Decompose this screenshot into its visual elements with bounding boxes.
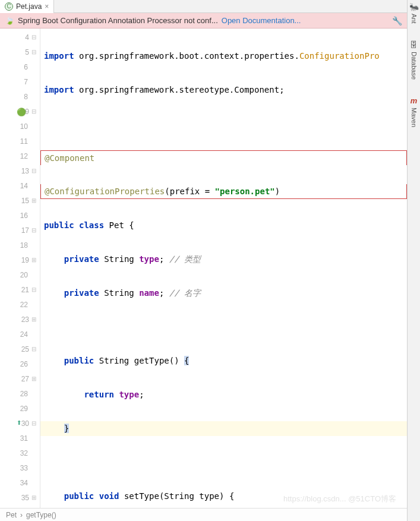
line-number: 4 [15, 33, 29, 42]
code-line[interactable]: private String name; // 名字 [40, 286, 407, 301]
line-number: 18 [14, 241, 28, 250]
code-area[interactable]: import org.springframework.boot.context.… [40, 29, 407, 508]
line-number: 8 [14, 93, 28, 101]
line-number: 32 [14, 449, 28, 457]
line-number: 10 [14, 122, 28, 131]
breadcrumb-separator-icon: › [20, 511, 23, 519]
watermark-text: https://blog.csdn... @51CTO博客 [283, 494, 396, 504]
line-number: 24 [14, 330, 28, 339]
code-line[interactable] [40, 116, 407, 131]
line-number: 35 [15, 494, 29, 502]
code-line[interactable] [40, 320, 407, 334]
code-line[interactable]: import org.springframework.stereotype.Co… [40, 83, 407, 97]
spring-icon: 🍃 [5, 16, 14, 26]
code-line[interactable]: public String getType() { [40, 353, 407, 368]
fold-icon[interactable]: ⊞ [31, 316, 36, 323]
fold-icon[interactable]: ⊟ [31, 34, 36, 40]
database-tool-button[interactable]: 🗄Database [410, 40, 418, 80]
notification-text: Spring Boot Configuration Annotation Pro… [18, 16, 218, 25]
line-number: 33 [14, 464, 28, 472]
fold-icon[interactable]: ⊞ [31, 375, 36, 382]
line-number: 15 [15, 197, 29, 205]
line-number: 28 [14, 390, 28, 398]
fold-icon[interactable]: ⊞ [31, 197, 36, 204]
line-number: 23 [15, 315, 29, 324]
java-class-icon: C [5, 2, 13, 11]
ant-icon: 🐜 [409, 2, 419, 11]
fold-icon[interactable]: ⊟ [31, 49, 36, 55]
code-line[interactable]: } [40, 421, 407, 436]
database-icon: 🗄 [410, 40, 418, 49]
line-number: 13 [15, 167, 29, 175]
code-line[interactable]: private String type; // 类型 [40, 252, 407, 267]
line-number: 31 [14, 434, 28, 443]
tab-bar: C Pet.java × [0, 0, 407, 13]
breadcrumb: Pet › getType() [0, 508, 407, 521]
line-number: 26 [14, 360, 28, 368]
line-number: 6 [14, 63, 28, 71]
code-line[interactable]: return type; [40, 387, 407, 402]
tab-label: Pet.java [16, 2, 42, 11]
ant-tool-button[interactable]: 🐜Ant [409, 2, 419, 24]
tab-pet-java[interactable]: C Pet.java × [0, 0, 54, 13]
line-number: 11 [14, 137, 28, 146]
right-tool-bar: 🐜Ant 🗄Database mMaven [407, 0, 420, 521]
line-number: 27 [15, 375, 29, 383]
gutter: 4⊟ 5⊟ 6 7 8 🟢9⊟ 10 11 12 13⊟ 14 15⊞ 16 1… [0, 29, 40, 508]
wrench-icon[interactable]: 🔧 [392, 16, 402, 26]
line-number: 17 [15, 226, 29, 235]
fold-icon[interactable]: ⊟ [31, 108, 36, 115]
line-number: 5 [15, 48, 29, 56]
line-number: 21 [15, 286, 29, 294]
code-line[interactable]: @Component [40, 150, 407, 165]
code-line[interactable] [40, 455, 407, 470]
code-line[interactable]: @ConfigurationProperties(prefix = "perso… [40, 184, 407, 199]
fold-icon[interactable]: ⊞ [31, 494, 36, 501]
line-number: 12 [14, 152, 28, 160]
fold-icon[interactable]: ⊟ [31, 168, 36, 174]
maven-tool-button[interactable]: mMaven [410, 96, 418, 127]
line-number: 29 [14, 405, 28, 413]
line-number: 22 [14, 301, 28, 309]
override-icon[interactable]: ⬆ [17, 419, 25, 428]
line-number: 34 [14, 479, 28, 487]
line-number: 25 [15, 345, 29, 353]
line-number: 20 [14, 271, 28, 279]
line-number: 19 [15, 256, 29, 264]
breadcrumb-method[interactable]: getType() [26, 511, 56, 519]
open-documentation-link[interactable]: Open Documentation... [222, 16, 301, 25]
code-line[interactable]: public class Pet { [40, 218, 407, 233]
close-icon[interactable]: × [45, 2, 49, 11]
fold-icon[interactable]: ⊟ [31, 420, 36, 427]
code-line[interactable]: import org.springframework.boot.context.… [40, 49, 407, 64]
fold-icon[interactable]: ⊞ [31, 257, 36, 263]
notification-bar: 🍃 Spring Boot Configuration Annotation P… [0, 13, 407, 29]
maven-icon: m [410, 96, 418, 105]
fold-icon[interactable]: ⊟ [31, 286, 36, 293]
bean-icon[interactable]: 🟢 [17, 108, 25, 116]
fold-icon[interactable]: ⊟ [31, 227, 36, 233]
line-number: 16 [14, 211, 28, 220]
line-number: 14 [14, 182, 28, 190]
fold-icon[interactable]: ⊟ [31, 346, 36, 352]
editor-pane: 4⊟ 5⊟ 6 7 8 🟢9⊟ 10 11 12 13⊟ 14 15⊞ 16 1… [0, 29, 407, 508]
breadcrumb-class[interactable]: Pet [6, 511, 17, 519]
line-number: 7 [14, 78, 28, 86]
